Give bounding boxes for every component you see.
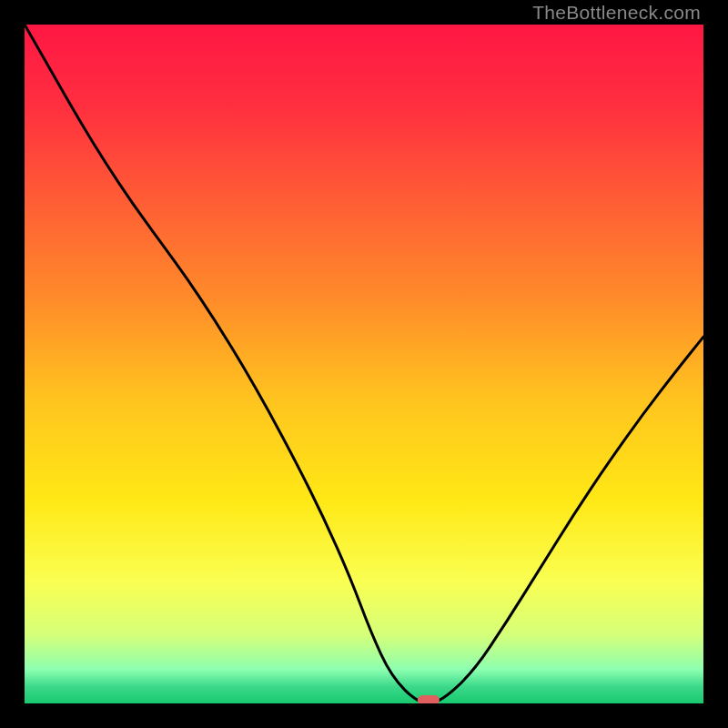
chart-svg <box>25 25 703 703</box>
optimum-marker <box>418 695 440 703</box>
plot-area <box>25 25 703 703</box>
gradient-background <box>25 25 703 703</box>
chart-container: { "watermark": "TheBottleneck.com", "cha… <box>0 0 728 728</box>
watermark-text: TheBottleneck.com <box>532 2 701 24</box>
